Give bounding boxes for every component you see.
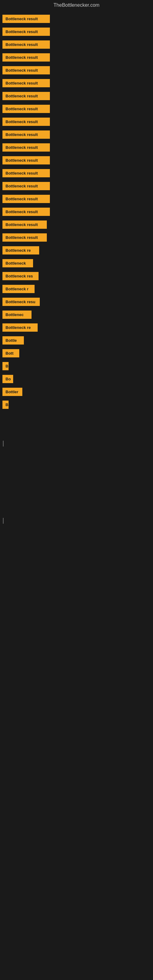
result-row: Bottleneck result [0,167,153,179]
result-row [0,502,153,513]
bottleneck-bar[interactable]: Bottleneck result [2,66,50,75]
site-title: TheBottlenecker.com [0,0,153,12]
result-row: Bottleneck result [0,116,153,127]
bottleneck-bar[interactable]: Bottleneck result [2,130,50,139]
result-row: Bottleneck result [0,219,153,230]
vertical-marker: | [2,440,4,447]
bottleneck-bar[interactable]: Bottleneck result [2,208,50,216]
result-row: Bo [0,373,153,385]
bottleneck-bar[interactable]: Bottleneck re [2,246,39,255]
result-row: Bottleneck result [0,51,153,63]
result-row: Bottleneck result [0,193,153,205]
bottleneck-bar[interactable]: Bottlenec [2,310,32,319]
result-row: Bottleneck result [0,103,153,115]
bottleneck-bar[interactable]: Bottler [2,388,22,396]
result-row: | [0,514,153,526]
result-row [0,463,153,475]
result-row: Bottleneck re [0,321,153,333]
result-row [0,450,153,462]
result-row [0,476,153,488]
bottleneck-bar[interactable]: Bottleneck result [2,15,50,23]
result-row: Bottleneck re [0,244,153,256]
bottleneck-bar[interactable]: B [2,362,9,370]
bottleneck-bar[interactable]: Bottleneck result [2,169,50,177]
result-row: Bottleneck r [0,283,153,294]
result-row: | [0,438,153,449]
bottleneck-bar[interactable]: Bottleneck result [2,221,47,229]
bottleneck-bar[interactable]: Bottleneck result [2,233,47,242]
result-row: Bottleneck resu [0,296,153,307]
bottleneck-bar[interactable]: Bottleneck result [2,40,50,49]
result-row: Bottleneck result [0,64,153,76]
result-row [0,425,153,436]
result-row: B [0,399,153,410]
result-row [0,489,153,500]
bottleneck-bar[interactable]: Bott [2,349,19,357]
result-row: Bottleneck res [0,270,153,282]
bottleneck-bar[interactable]: Bottle [2,336,24,345]
result-row: Bottleneck result [0,26,153,37]
bottleneck-bar[interactable]: Bottleneck result [2,53,50,62]
bottleneck-bar[interactable]: Bottleneck resu [2,298,40,306]
result-row: Bottleneck result [0,13,153,24]
bottleneck-bar[interactable]: Bottleneck result [2,143,50,151]
result-row: Bottleneck [0,257,153,269]
vertical-marker: | [2,517,4,524]
result-row: Bottlenec [0,309,153,320]
bottleneck-bar[interactable]: Bottleneck r [2,285,35,293]
bottleneck-bar[interactable]: B [2,401,9,409]
result-row: Bott [0,347,153,359]
bottleneck-bar[interactable]: Bottleneck result [2,27,50,36]
result-row: Bottleneck result [0,142,153,153]
result-row: Bottleneck result [0,38,153,50]
bottleneck-bar[interactable]: Bottleneck result [2,195,50,203]
result-row: Bottleneck result [0,206,153,218]
bottleneck-bar[interactable]: Bottleneck result [2,79,50,87]
result-row: Bottleneck result [0,129,153,140]
bottleneck-bar[interactable]: Bottleneck res [2,272,38,280]
bottleneck-bar[interactable]: Bottleneck re [2,323,38,332]
bottleneck-bar[interactable]: Bottleneck result [2,182,50,190]
result-row: Bottleneck result [0,90,153,102]
result-row: Bottleneck result [0,154,153,166]
result-row: B [0,360,153,372]
bottleneck-bar[interactable]: Bo [2,375,13,383]
bottleneck-bar[interactable]: Bottleneck result [2,156,50,164]
result-row: Bottleneck result [0,232,153,243]
bottleneck-bar[interactable]: Bottleneck result [2,118,50,126]
bottleneck-bar[interactable]: Bottleneck result [2,92,50,100]
result-row: Bottler [0,386,153,398]
bottleneck-bar[interactable]: Bottleneck result [2,105,50,113]
result-row: Bottle [0,334,153,346]
result-row: Bottleneck result [0,180,153,192]
result-row [0,412,153,423]
bottleneck-bar[interactable]: Bottleneck [2,259,33,267]
result-row: Bottleneck result [0,77,153,89]
